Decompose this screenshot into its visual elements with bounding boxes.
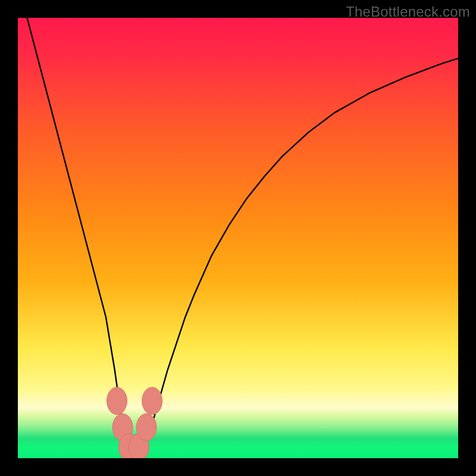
chart-frame <box>18 18 458 458</box>
curve-marker <box>136 414 156 441</box>
curve-marker <box>107 387 127 415</box>
gradient-background <box>18 18 458 458</box>
curve-marker <box>142 387 162 415</box>
bottleneck-chart <box>18 18 458 458</box>
